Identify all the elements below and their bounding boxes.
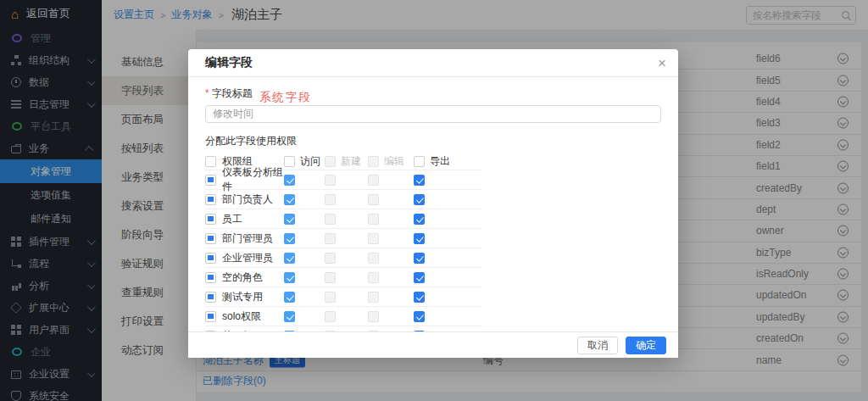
permission-group-name: solo权限 bbox=[222, 309, 261, 324]
perm-cell bbox=[414, 175, 457, 186]
perm-cell bbox=[325, 311, 368, 322]
测试专用-checkbox-checked[interactable] bbox=[414, 292, 425, 303]
permission-row-空的角色: 空的角色 bbox=[205, 268, 482, 287]
部门负责人-checkbox-checked-light[interactable] bbox=[284, 194, 295, 205]
perm-cell bbox=[325, 331, 368, 332]
permission-group-name: 部门负责人 bbox=[222, 192, 273, 207]
header-label: 访问 bbox=[300, 154, 320, 169]
部门管理员-checkbox-checked[interactable] bbox=[414, 233, 425, 244]
perm-cell bbox=[284, 214, 325, 225]
perm-cell bbox=[414, 214, 457, 225]
header-访问-checkbox-unchecked[interactable] bbox=[284, 156, 295, 167]
group-cell: 仪表板分析组件 bbox=[205, 165, 284, 194]
企业管理员-checkbox-checked-light[interactable] bbox=[284, 253, 295, 264]
app-root: ⌂ 返回首页 管理组织结构数据日志管理平台工具业务对象管理选项值集邮件通知插件管… bbox=[0, 0, 868, 401]
header-导出-checkbox-unchecked[interactable] bbox=[414, 156, 425, 167]
仪表板分析组件-checkbox-checked[interactable] bbox=[414, 175, 425, 186]
field-title-input[interactable] bbox=[205, 105, 661, 123]
部门管理员-checkbox-checked-light[interactable] bbox=[284, 233, 295, 244]
部门管理员-checkbox-disabled bbox=[368, 233, 379, 244]
solo权限-checkbox-indeterminate[interactable] bbox=[205, 311, 216, 322]
员工-checkbox-indeterminate[interactable] bbox=[205, 214, 216, 225]
空的角色-checkbox-checked[interactable] bbox=[414, 272, 425, 283]
permission-group-name: 企业管理员 bbox=[222, 251, 273, 265]
permission-row-solo权限: solo权限 bbox=[205, 307, 482, 326]
permission-row-测试专用: 测试专用 bbox=[205, 287, 482, 307]
header-新建-checkbox-disabled bbox=[325, 156, 336, 167]
group-cell: 企业管理员 bbox=[205, 251, 284, 265]
部门负责人-checkbox-checked[interactable] bbox=[414, 194, 425, 205]
edit-field-modal: 编辑字段 × 系统字段 *字段标题 分配此字段使用权限 权限组访问新建编辑导出仪… bbox=[188, 49, 678, 358]
空的角色-checkbox-disabled bbox=[325, 272, 336, 283]
perm-cell bbox=[284, 272, 325, 283]
单一权限-checkbox-checked[interactable] bbox=[414, 331, 425, 332]
group-cell: 单一权限 bbox=[205, 329, 284, 332]
perm-cell bbox=[368, 292, 414, 303]
permission-row-部门负责人: 部门负责人 bbox=[205, 190, 482, 209]
仪表板分析组件-checkbox-checked-light[interactable] bbox=[284, 175, 295, 186]
仪表板分析组件-checkbox-indeterminate[interactable] bbox=[205, 175, 216, 186]
员工-checkbox-checked[interactable] bbox=[414, 214, 425, 225]
permission-group-name: 空的角色 bbox=[222, 270, 263, 285]
perm-cell bbox=[368, 175, 414, 186]
perm-cell bbox=[414, 272, 457, 283]
perm-cell bbox=[325, 175, 368, 186]
group-cell: 部门管理员 bbox=[205, 231, 284, 246]
perm-cell bbox=[325, 233, 368, 244]
测试专用-checkbox-disabled bbox=[368, 292, 379, 303]
permission-row-员工: 员工 bbox=[205, 209, 482, 229]
permission-group-name: 测试专用 bbox=[222, 290, 263, 304]
solo权限-checkbox-checked[interactable] bbox=[414, 311, 425, 322]
perm-cell bbox=[284, 253, 325, 264]
permission-group-name: 员工 bbox=[222, 212, 242, 226]
perm-cell bbox=[284, 331, 325, 332]
perm-cell bbox=[284, 175, 325, 186]
header-label: 导出 bbox=[430, 154, 450, 169]
员工-checkbox-checked-light[interactable] bbox=[284, 214, 295, 225]
仪表板分析组件-checkbox-disabled bbox=[325, 175, 336, 186]
permission-group-name: 部门管理员 bbox=[222, 231, 273, 246]
header-col-新建: 新建 bbox=[325, 154, 368, 169]
perm-cell bbox=[368, 214, 414, 225]
header-col-访问: 访问 bbox=[284, 154, 325, 169]
solo权限-checkbox-disabled bbox=[325, 311, 336, 322]
空的角色-checkbox-disabled bbox=[368, 272, 379, 283]
solo权限-checkbox-disabled bbox=[368, 311, 379, 322]
header-权限组-checkbox-unchecked[interactable] bbox=[205, 156, 216, 167]
perm-cell bbox=[368, 194, 414, 205]
企业管理员-checkbox-checked[interactable] bbox=[414, 253, 425, 264]
企业管理员-checkbox-disabled bbox=[325, 253, 336, 264]
permission-row-部门管理员: 部门管理员 bbox=[205, 229, 482, 248]
required-asterisk: * bbox=[205, 87, 209, 99]
部门负责人-checkbox-indeterminate[interactable] bbox=[205, 194, 216, 205]
企业管理员-checkbox-indeterminate[interactable] bbox=[205, 253, 216, 264]
空的角色-checkbox-checked-light[interactable] bbox=[284, 272, 295, 283]
perm-cell bbox=[414, 292, 457, 303]
perm-cell bbox=[284, 233, 325, 244]
permission-group-name: 仪表板分析组件 bbox=[222, 165, 284, 194]
perm-cell bbox=[325, 214, 368, 225]
测试专用-checkbox-indeterminate[interactable] bbox=[205, 292, 216, 303]
solo权限-checkbox-checked-light[interactable] bbox=[284, 311, 295, 322]
perm-cell bbox=[325, 272, 368, 283]
permission-row-企业管理员: 企业管理员 bbox=[205, 248, 482, 268]
空的角色-checkbox-indeterminate[interactable] bbox=[205, 272, 216, 283]
测试专用-checkbox-checked-light[interactable] bbox=[284, 292, 295, 303]
header-label: 编辑 bbox=[384, 154, 404, 169]
perm-cell bbox=[325, 194, 368, 205]
ok-button[interactable]: 确定 bbox=[626, 337, 666, 354]
单一权限-checkbox-indeterminate[interactable] bbox=[205, 331, 216, 332]
close-icon[interactable]: × bbox=[658, 56, 666, 70]
perm-cell bbox=[368, 233, 414, 244]
permission-row-单一权限: 单一权限 bbox=[205, 326, 482, 331]
perm-cell bbox=[368, 253, 414, 264]
perm-cell bbox=[368, 311, 414, 322]
header-编辑-checkbox-disabled bbox=[368, 156, 379, 167]
permission-row-仪表板分析组件: 仪表板分析组件 bbox=[205, 170, 482, 190]
perm-cell bbox=[284, 311, 325, 322]
cancel-button[interactable]: 取消 bbox=[577, 337, 618, 354]
单一权限-checkbox-checked-light[interactable] bbox=[284, 331, 295, 332]
部门管理员-checkbox-indeterminate[interactable] bbox=[205, 233, 216, 244]
单一权限-checkbox-disabled bbox=[325, 331, 336, 332]
modal-footer: 取消 确定 bbox=[188, 331, 678, 358]
